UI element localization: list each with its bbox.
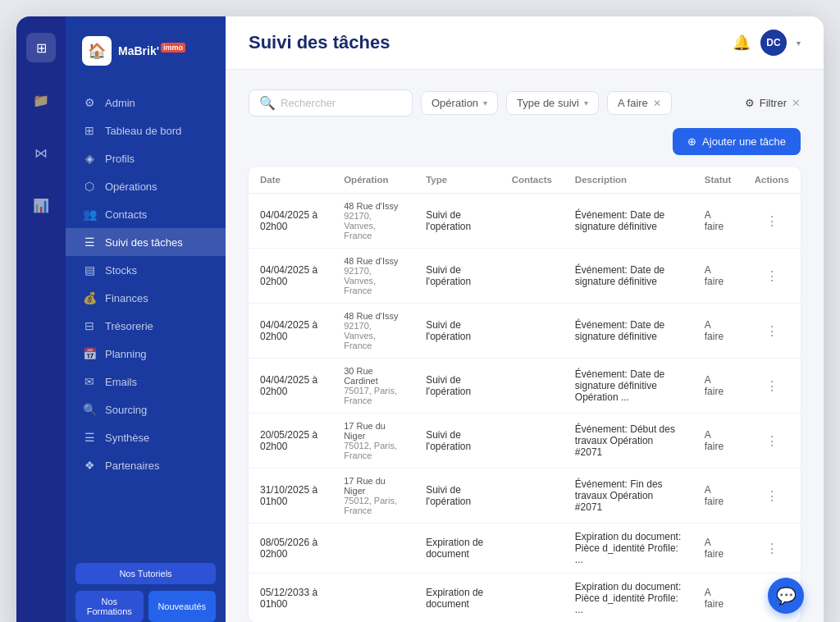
sidebar-item-synthese[interactable]: ☰ Synthèse <box>66 423 226 451</box>
icon-sidebar-item-dashboard[interactable]: ⊞ <box>26 33 56 62</box>
sidebar-item-contacts[interactable]: 👥 Contacts <box>66 200 226 228</box>
avatar[interactable]: DC <box>760 30 787 56</box>
status-badge-0: A faire <box>705 209 724 232</box>
cell-actions-6[interactable]: ⋮ <box>743 524 801 574</box>
filter-icon: ⚙ <box>745 97 755 109</box>
sidebar-item-emails[interactable]: ✉ Emails <box>66 368 226 396</box>
cell-date-2: 04/04/2025 à 02h00 <box>249 304 332 359</box>
sidebar-item-tableau[interactable]: ⊞ Tableau de bord <box>66 117 226 144</box>
sidebar-item-admin[interactable]: ⚙ Admin <box>66 89 226 117</box>
op-city-4: 75012, Paris, France <box>344 441 403 460</box>
planning-icon: 📅 <box>82 347 97 360</box>
table-row: 04/04/2025 à 02h00 48 Rue d'Issy92170, V… <box>249 249 801 304</box>
formations-button[interactable]: Nos Formations <box>75 591 144 622</box>
cell-actions-2[interactable]: ⋮ <box>743 304 801 359</box>
op-address-2: 48 Rue d'Issy <box>344 311 403 321</box>
cell-date-0: 04/04/2025 à 02h00 <box>249 194 332 249</box>
op-city-2: 92170, Vanves, France <box>344 321 403 350</box>
dashboard-icon: ⊞ <box>82 124 97 137</box>
statut-filter-close-icon[interactable]: ✕ <box>653 98 661 109</box>
tresorerie-icon: ⊟ <box>82 319 97 332</box>
op-address-0: 48 Rue d'Issy <box>344 201 403 211</box>
sidebar-item-suivi[interactable]: ☰ Suivi des tâches <box>66 228 226 256</box>
row-actions-menu-5[interactable]: ⋮ <box>755 488 789 504</box>
cell-statut-5: A faire <box>693 469 743 524</box>
add-task-button[interactable]: ⊕ Ajouter une tâche <box>673 128 801 155</box>
notification-icon[interactable]: 🔔 <box>733 34 751 52</box>
sidebar-label-planning: Planning <box>105 348 147 360</box>
icon-sidebar-item-share[interactable]: ⋈ <box>26 138 56 167</box>
cell-operation-5: 17 Rue du Niger75012, Paris, France <box>332 469 414 524</box>
table-row: 04/04/2025 à 02h00 30 Rue Cardinet75017,… <box>249 359 801 414</box>
sidebar-label-stocks: Stocks <box>105 264 137 277</box>
statut-filter[interactable]: A faire ✕ <box>607 91 672 115</box>
status-badge-7: A faire <box>705 587 724 610</box>
col-contacts: Contacts <box>500 167 564 194</box>
icon-sidebar: ⊞ 📁 ⋈ 📊 <box>16 16 66 622</box>
sidebar-item-profils[interactable]: ◈ Profils <box>66 144 226 172</box>
avatar-chevron-icon[interactable]: ▾ <box>797 39 801 48</box>
logo-badge: immo <box>161 43 185 53</box>
cell-actions-3[interactable]: ⋮ <box>743 359 801 414</box>
row-actions-menu-4[interactable]: ⋮ <box>755 433 789 449</box>
topbar: Suivi des tâches 🔔 DC ▾ <box>226 16 824 70</box>
row-actions-menu-1[interactable]: ⋮ <box>755 268 789 284</box>
row-actions-menu-3[interactable]: ⋮ <box>755 378 789 394</box>
row-actions-menu-6[interactable]: ⋮ <box>755 541 789 556</box>
sidebar-label-tresorerie: Trésorerie <box>105 320 153 332</box>
col-description: Description <box>564 167 693 194</box>
cell-actions-5[interactable]: ⋮ <box>743 469 801 524</box>
col-date: Date <box>249 167 332 194</box>
cell-contacts-5 <box>500 469 564 524</box>
sidebar-item-partenaires[interactable]: ❖ Partenaires <box>66 451 226 479</box>
cell-operation-4: 17 Rue du Niger75012, Paris, France <box>332 414 414 469</box>
sidebar-label-contacts: Contacts <box>105 208 147 221</box>
cell-contacts-0 <box>500 194 564 249</box>
search-input[interactable] <box>281 97 402 109</box>
sidebar-item-operations[interactable]: ⬡ Opérations <box>66 172 226 200</box>
sidebar-item-finances[interactable]: 💰 Finances <box>66 284 226 312</box>
sidebar-logo: 🏠 MaBrik'immo <box>66 16 226 82</box>
row-actions-menu-2[interactable]: ⋮ <box>755 323 789 339</box>
op-city-3: 75017, Paris, France <box>344 386 403 405</box>
profils-icon: ◈ <box>82 152 97 165</box>
icon-sidebar-item-files[interactable]: 📁 <box>26 85 56 115</box>
cell-description-4: Événement: Début des travaux Opération #… <box>564 414 693 469</box>
cell-date-4: 20/05/2025 à 02h00 <box>249 414 332 469</box>
sidebar-label-suivi: Suivi des tâches <box>105 236 183 249</box>
sidebar-label-profils: Profils <box>105 153 135 165</box>
sidebar-item-stocks[interactable]: ▤ Stocks <box>66 256 226 284</box>
filter-button[interactable]: ⚙ Filtrer ✕ <box>745 97 801 109</box>
nouveautes-button[interactable]: Nouveautés <box>148 591 217 622</box>
emails-icon: ✉ <box>82 375 97 388</box>
tuto-button[interactable]: Nos Tutoriels <box>75 563 216 584</box>
partenaires-icon: ❖ <box>82 459 97 472</box>
sidebar-label-synthese: Synthèse <box>105 432 149 444</box>
cell-description-6: Expiration du document: Pièce d_identité… <box>564 524 693 574</box>
filter-close-icon[interactable]: ✕ <box>792 97 801 109</box>
cell-operation-3: 30 Rue Cardinet75017, Paris, France <box>332 359 414 414</box>
app-container: ⊞ 📁 ⋈ 📊 🏠 MaBrik'immo ⚙ Admin ⊞ Tableau … <box>16 16 824 622</box>
search-box[interactable]: 🔍 <box>249 89 413 117</box>
sidebar-item-sourcing[interactable]: 🔍 Sourcing <box>66 396 226 423</box>
chat-fab-button[interactable]: 💬 <box>768 578 804 614</box>
operation-filter[interactable]: Opération ▾ <box>421 91 498 115</box>
cell-actions-0[interactable]: ⋮ <box>743 194 801 249</box>
sidebar-item-planning[interactable]: 📅 Planning <box>66 340 226 368</box>
contacts-icon: 👥 <box>82 208 97 221</box>
cell-type-5: Suivi de l'opération <box>414 469 500 524</box>
suivi-icon: ☰ <box>82 236 97 249</box>
type-suivi-filter[interactable]: Type de suivi ▾ <box>506 91 599 115</box>
cell-type-3: Suivi de l'opération <box>414 359 500 414</box>
cell-date-5: 31/10/2025 à 01h00 <box>249 469 332 524</box>
status-badge-6: A faire <box>705 537 724 560</box>
sidebar-item-tresorerie[interactable]: ⊟ Trésorerie <box>66 312 226 340</box>
row-actions-menu-0[interactable]: ⋮ <box>755 213 789 229</box>
cell-actions-4[interactable]: ⋮ <box>743 414 801 469</box>
add-task-label: Ajouter une tâche <box>702 135 786 148</box>
status-badge-5: A faire <box>705 484 724 507</box>
cell-actions-1[interactable]: ⋮ <box>743 249 801 304</box>
cell-type-6: Expiration de document <box>414 524 500 574</box>
op-city-1: 92170, Vanves, France <box>344 266 403 295</box>
icon-sidebar-item-analytics[interactable]: 📊 <box>26 190 56 220</box>
